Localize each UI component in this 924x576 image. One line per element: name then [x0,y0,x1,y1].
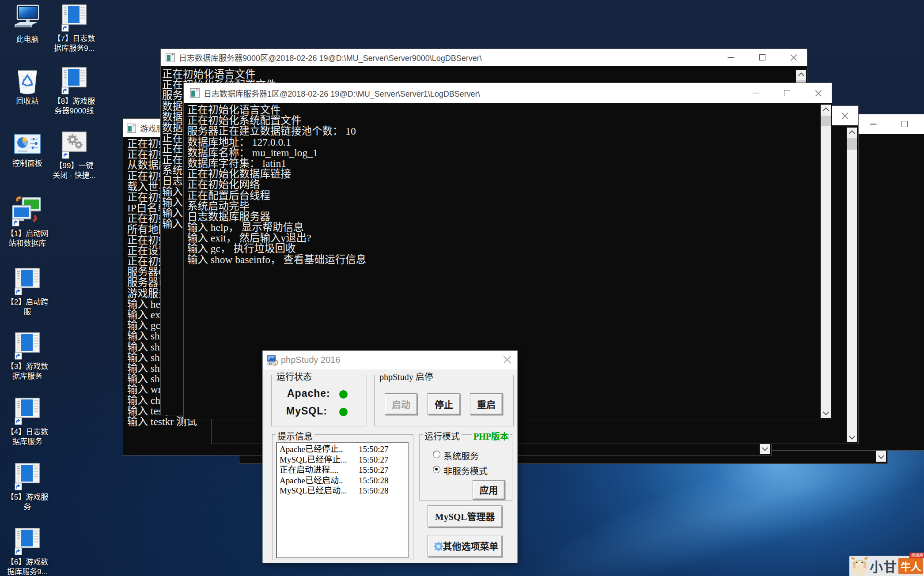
console-line: 输入 exit， 然后输入y退出? [187,233,832,243]
desktop-icon-game-db-service[interactable]: 【3】游戏数据库服务 [0,332,55,381]
button-label: MySQL管理器 [428,509,502,523]
scroll-down-button[interactable] [876,452,886,462]
window-title: phpStudy 2016 [281,355,341,365]
app-window-icon [14,463,41,490]
chevron-down-icon [878,453,884,459]
app-window-icon [14,528,41,555]
message-text: MySQL已经停止... [280,455,347,464]
message-row[interactable]: MySQL已经启动...15:50:28 [276,486,408,496]
control-panel-icon [14,134,41,157]
apache-status-label: Apache: [287,388,330,399]
chevron-down-icon [822,409,829,415]
desktop-icon-launch-web-db[interactable]: 【1】启动网站和数据库 [0,196,55,248]
console-line: 正在初始化系统配置文件 [187,115,832,126]
window-titlebar[interactable]: phpStudy 2016 [263,351,517,369]
icon-label-line: 【99】一键 [55,162,94,170]
console-line: 正在初始化语言文件 [162,69,807,79]
chevron-down-icon [848,433,855,440]
watermark-name: 小甘 [870,556,897,576]
window-titlebar[interactable]: 日志数据库服务器9000区@2018-02-26 19@D:\MU_Server… [161,49,807,66]
close-button[interactable] [832,106,858,125]
icon-label-line: 服 [24,308,31,316]
close-button[interactable] [805,83,832,103]
minimize-button[interactable] [742,83,769,103]
message-row[interactable]: Apache已经停止..15:50:27 [276,444,408,455]
console-line: 数据库字符集： latin1 [187,158,832,169]
stop-button[interactable]: 停止 [428,393,460,415]
desktop-icon-one-key-shutdown[interactable]: 【99】一键关闭 - 快捷... [47,132,102,181]
maximize-icon [759,54,765,60]
maximize-button[interactable] [749,49,776,66]
run-status-groupbox: 运行状态 [271,375,367,426]
icon-label-line: 据库服务 [12,437,42,446]
window-title: 日志数据库服务器1区@2018-02-26 19@D:\MU_Server\Se… [204,87,480,99]
icon-label-line: 务器9000线 [55,107,94,115]
cow-mascot-icon [850,556,869,576]
non-service-mode-radio[interactable] [433,466,440,473]
message-row[interactable]: MySQL已经停止...15:50:27 [276,455,408,465]
icon-label: 【1】启动网站和数据库 [0,229,55,248]
console-line: 正在初始化网络 [187,179,832,190]
close-button[interactable] [780,49,807,66]
phpstudy-window[interactable]: phpStudy 2016 运行状态 Apache: MySQL: phpStu… [262,350,518,563]
maximize-button[interactable] [891,114,918,134]
scrollbar-thumb[interactable] [847,138,857,150]
start-button[interactable]: 启动 [385,393,417,415]
icon-label-line: 【4】日志数 [7,428,48,436]
minimize-button[interactable] [718,49,744,66]
other-options-menu-button[interactable]: 其他选项菜单 [428,535,502,557]
console-line: 正在初始化数据库链接 [187,169,832,179]
desktop-icon-log-db-service-9000[interactable]: 【7】日志数据库服务9... [47,4,102,53]
button-label: 停止 [428,397,460,410]
message-listbox[interactable]: Apache已经停止..15:50:27 MySQL已经停止...15:50:2… [276,442,409,558]
desktop-icon-game-service[interactable]: 【5】游戏服务 [0,463,55,512]
vertical-scrollbar[interactable] [847,128,857,442]
icon-label-line: 【1】启动网 [7,230,48,238]
maximize-button[interactable] [774,83,800,103]
window-titlebar[interactable]: 日志数据库服务器1区@2018-02-26 19@D:\MU_Server\Se… [184,83,832,103]
close-icon [841,112,849,120]
message-row[interactable]: 正在启动进程....15:50:27 [276,465,408,475]
icon-label-line: 【7】日志数 [53,34,95,43]
console-line: 正在配置后台线程 [187,190,832,201]
vertical-scrollbar[interactable] [821,105,831,418]
scroll-up-button[interactable] [796,70,806,79]
desktop-icon-launch-crossserver[interactable]: 【2】启动跨服 [0,268,55,317]
message-time: 15:50:28 [359,486,389,496]
console-line: 输入 show baseinfo， 查看基础运行信息 [187,254,832,265]
scroll-down-button[interactable] [821,408,831,418]
scroll-down-button[interactable] [847,433,857,442]
close-button[interactable] [502,355,511,364]
mysql-status-dot [339,408,348,416]
minimize-icon [870,124,877,124]
groupbox-label: 运行状态 [275,370,314,383]
apply-button[interactable]: 应用 [473,480,505,500]
desktop-icon-game-db-service-9000[interactable]: 【6】游戏数据库服务9... [0,528,55,576]
chevron-up-icon [822,107,829,113]
button-label: 应用 [473,483,504,496]
button-label: 重启 [470,397,502,410]
scrollbar-thumb[interactable] [821,116,831,126]
icon-label: 【7】日志数据库服务9... [47,34,102,53]
groupbox-label: phpStudy 启停 [378,370,435,383]
minimize-button[interactable] [860,114,886,134]
desktop-icon-game-server-9000[interactable]: 【8】游戏服务器9000线 [47,67,102,116]
scroll-up-button[interactable] [821,105,831,114]
php-version-label[interactable]: PHP版本 [472,429,510,442]
button-label: 启动 [385,397,417,410]
scroll-up-button[interactable] [847,128,857,137]
watermark-tag: 资源网 [909,553,924,558]
system-service-radio[interactable] [433,451,440,458]
icon-label-line: 【6】游戏数 [7,558,48,566]
console-icon [127,124,136,133]
phpstudy-app-icon [266,354,278,366]
maximize-icon [784,90,790,96]
console-line: 服务器正在建立数据链接池个数： 10 [187,126,832,136]
scroll-down-button[interactable] [760,444,770,454]
desktop-icon-log-db-service[interactable]: 【4】日志数据库服务 [0,398,55,447]
mysql-manager-button[interactable]: MySQL管理器 [428,505,502,527]
icon-label-line: 【3】游戏数 [7,362,48,371]
restart-button[interactable]: 重启 [470,393,503,415]
message-row[interactable]: Apache已经启动..15:50:28 [276,475,408,486]
icon-label: 【99】一键关闭 - 快捷... [47,161,102,181]
